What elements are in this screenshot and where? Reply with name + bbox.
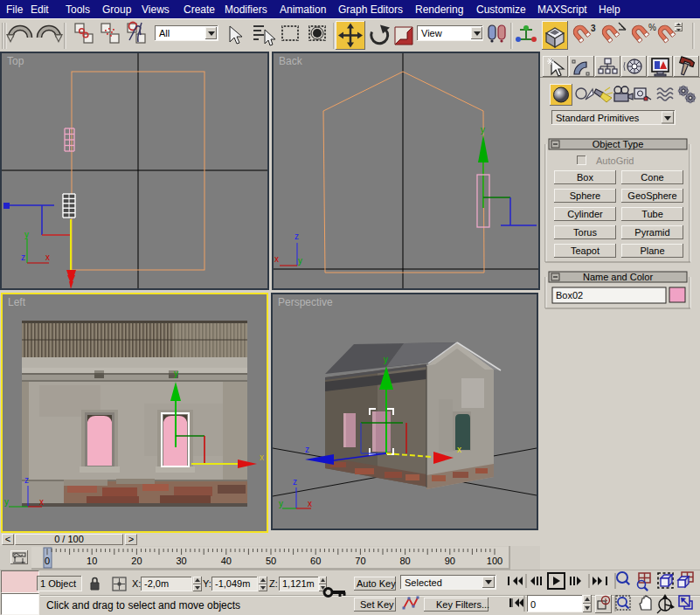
- svg-text:y: y: [279, 499, 283, 508]
- svg-text:Object Type: Object Type: [593, 139, 644, 149]
- svg-text:Key Filters...: Key Filters...: [436, 599, 489, 610]
- svg-text:Teapot: Teapot: [571, 245, 600, 256]
- svg-text:z: z: [305, 445, 309, 454]
- svg-text:View: View: [421, 28, 442, 38]
- svg-text:40: 40: [221, 556, 232, 566]
- svg-text:3: 3: [591, 24, 596, 33]
- svg-text:x: x: [274, 254, 279, 264]
- svg-text:100: 100: [487, 556, 502, 566]
- svg-text:y: y: [24, 230, 29, 239]
- svg-text:1,121m: 1,121m: [282, 578, 315, 589]
- svg-text:Pyramid: Pyramid: [634, 227, 669, 238]
- svg-text:Z:: Z:: [269, 578, 278, 589]
- svg-text:Plane: Plane: [640, 245, 664, 256]
- svg-text:y: y: [384, 355, 388, 364]
- svg-text:20: 20: [131, 556, 142, 566]
- svg-text:-2,0m: -2,0m: [144, 578, 169, 589]
- svg-text:%: %: [648, 23, 656, 32]
- svg-text:Box02: Box02: [556, 290, 583, 301]
- svg-text:z: z: [24, 475, 29, 485]
- svg-text:0: 0: [45, 556, 50, 566]
- svg-text:AutoGrid: AutoGrid: [596, 155, 634, 166]
- svg-text:Standard Primitives: Standard Primitives: [556, 113, 640, 123]
- svg-text:30: 30: [176, 556, 186, 566]
- svg-text:x: x: [45, 252, 50, 262]
- svg-text:x: x: [457, 445, 461, 454]
- svg-text:GeoSphere: GeoSphere: [627, 190, 676, 201]
- svg-text:y: y: [481, 125, 485, 135]
- svg-text:z: z: [295, 231, 299, 241]
- svg-text:50: 50: [266, 556, 276, 566]
- svg-text:80: 80: [399, 556, 410, 566]
- svg-text:Torus: Torus: [573, 227, 597, 238]
- svg-text:Selected: Selected: [405, 577, 442, 588]
- svg-text:X:: X:: [132, 578, 141, 589]
- svg-text:10: 10: [87, 556, 97, 566]
- svg-text:y: y: [4, 497, 9, 507]
- svg-text:Tube: Tube: [641, 209, 663, 219]
- svg-text:-1,049m: -1,049m: [215, 578, 250, 589]
- svg-text:y: y: [174, 369, 178, 378]
- svg-text:Name and Color: Name and Color: [583, 272, 653, 282]
- svg-text:0: 0: [530, 599, 536, 610]
- svg-text:z: z: [21, 252, 25, 262]
- svg-text:Box: Box: [577, 172, 593, 183]
- svg-text:x: x: [260, 453, 264, 462]
- svg-text:Click and drag to select and m: Click and drag to select and move object…: [46, 599, 240, 612]
- svg-text:60: 60: [310, 556, 321, 566]
- svg-text:y: y: [298, 256, 302, 266]
- svg-text:Sphere: Sphere: [570, 190, 600, 201]
- svg-text:All: All: [159, 28, 170, 38]
- svg-text:x: x: [39, 497, 44, 507]
- svg-text:1 Object: 1 Object: [40, 578, 76, 589]
- svg-text:Y:: Y:: [203, 578, 211, 589]
- svg-text:Set Key: Set Key: [360, 599, 394, 610]
- svg-text:90: 90: [445, 556, 455, 566]
- svg-text:x: x: [308, 499, 312, 508]
- svg-text:z: z: [293, 477, 297, 487]
- svg-text:Auto Key: Auto Key: [357, 578, 396, 589]
- svg-text:Cone: Cone: [641, 172, 663, 183]
- svg-text:70: 70: [355, 556, 365, 566]
- svg-text:Cylinder: Cylinder: [567, 209, 603, 219]
